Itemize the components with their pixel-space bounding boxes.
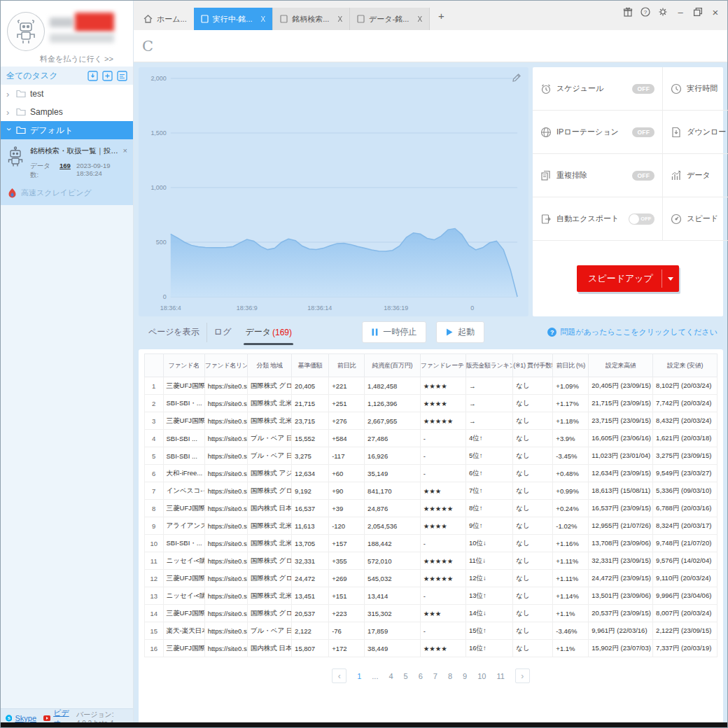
page-number[interactable]: 11 <box>496 672 504 680</box>
table-cell: 三菱UFJ国際-... <box>163 500 204 517</box>
start-button[interactable]: 起動 <box>436 321 484 343</box>
help-link[interactable]: ? 問題があったらここをクリックしてください <box>547 327 720 337</box>
table-cell: 23,715円 (23/09/15) <box>589 412 653 430</box>
tab-close-icon[interactable]: X <box>337 15 342 23</box>
page-prev-button[interactable]: ‹ <box>332 668 346 683</box>
tab-log[interactable]: ログ <box>207 323 239 342</box>
minimize-button[interactable]: – <box>676 7 685 17</box>
avatar[interactable] <box>7 12 45 51</box>
table-cell: 18,613円 (15/08/11) <box>589 482 653 500</box>
tab-show-page[interactable]: ページを表示 <box>141 323 207 342</box>
pay-link[interactable]: 料金を払うに行く >> <box>40 54 113 64</box>
tab-close-icon[interactable]: X <box>417 15 422 23</box>
table-row[interactable]: 6大和-iFree...https://site0.sbisec...国際株式 … <box>145 465 718 482</box>
table-cell: 国際株式 北米 <box>247 517 291 535</box>
table-cell: 16,537円 (23/09/15) <box>589 500 653 517</box>
page-number[interactable]: 6 <box>419 672 423 680</box>
table-cell: 国際株式 グローバル <box>247 552 291 570</box>
task-close-icon[interactable]: × <box>123 146 127 155</box>
table-cell: 8,432円 (20/03/24) <box>653 412 718 430</box>
settings-gear-icon[interactable] <box>658 7 668 17</box>
stat-label: データ <box>687 170 710 181</box>
speedup-button[interactable]: スピードアップ <box>577 265 679 292</box>
task-mode-label: 高速スクレイピング <box>21 188 92 198</box>
page-number[interactable]: 5 <box>404 672 408 680</box>
import-task-icon[interactable] <box>88 71 98 81</box>
table-cell: 9,961円 (22/03/16) <box>589 622 653 640</box>
table-cell: アライアンス-ア... <box>163 517 204 535</box>
sidebar-folder-test[interactable]: › test <box>1 85 133 103</box>
help-icon[interactable]: ? <box>640 7 650 17</box>
bar-chart-icon <box>671 170 682 181</box>
tab-data-active[interactable]: データ (169) <box>238 323 299 342</box>
refresh-spinner-icon[interactable]: C <box>142 38 153 55</box>
page-number[interactable]: 10 <box>477 672 486 680</box>
table-cell: 8 <box>145 500 164 517</box>
tab-home[interactable]: ホーム... <box>136 8 194 30</box>
table-row[interactable]: 10SBI-SBI・...https://site0.sbisec...国際株式… <box>145 535 718 552</box>
table-row[interactable]: 14三菱UFJ国際-...https://site0.sbisec...国際株式… <box>145 605 718 622</box>
page-number[interactable]: 7 <box>433 672 438 680</box>
task-timestamp: 2023-09-19 18:36:24 <box>76 162 127 177</box>
task-card[interactable]: 銘柄検索・取扱一覧｜投資信託・外貨建M... × データ数: 169 2023-… <box>1 139 133 205</box>
table-row[interactable]: 13ニッセイ-<購入...https://site0.sbisec...国際株式… <box>145 587 718 605</box>
table-cell: 13,414 <box>365 587 421 605</box>
table-cell: - <box>420 587 465 605</box>
table-cell: 6,788円 (20/03/16) <box>653 500 718 517</box>
edit-pencil-icon[interactable] <box>512 73 522 83</box>
table-cell: +151 <box>329 587 365 605</box>
speedup-dropdown-arrow[interactable] <box>662 265 679 292</box>
table-row[interactable]: 11ニッセイ-<購入...https://site0.sbisec...国際株式… <box>145 552 718 570</box>
table-cell: 国内株式 日本 <box>247 500 291 517</box>
page-number[interactable]: 1 <box>357 672 361 680</box>
table-row[interactable]: 9アライアンス-ア...https://site0.sbisec...国際株式 … <box>145 517 718 535</box>
pause-button[interactable]: 一時停止 <box>362 321 426 343</box>
close-button[interactable]: × <box>710 7 720 17</box>
table-row[interactable]: 3三菱UFJ国際-...https://site0.sbisec...国際株式 … <box>145 412 718 430</box>
page-next-button[interactable]: › <box>515 668 530 683</box>
tab-running-task[interactable]: 実行中-銘... X <box>194 8 274 30</box>
table-row[interactable]: 16三菱UFJ国際-...https://site0.sbisec...国内株式… <box>145 640 718 657</box>
tab-data[interactable]: データ-銘... X <box>350 8 430 30</box>
table-row[interactable]: 5SBI-SBI ...https://site0.sbisec...ブル・ベア… <box>145 447 718 465</box>
sidebar-folder-samples[interactable]: › Samples <box>1 103 133 121</box>
gift-icon[interactable] <box>623 7 633 17</box>
ip-rotation-off-badge[interactable]: OFF <box>632 127 654 137</box>
auto-export-toggle[interactable]: OFF <box>629 214 654 225</box>
sidebar-folder-default[interactable]: › デフォルト <box>1 121 133 139</box>
table-row[interactable]: 2SBI-SBI・...https://site0.sbisec...国際株式 … <box>145 395 718 412</box>
pause-label: 一時停止 <box>383 326 416 338</box>
tab-close-icon[interactable]: X <box>261 15 266 23</box>
new-tab-button[interactable]: + <box>430 10 453 22</box>
table-cell: 11位↓ <box>465 552 512 570</box>
table-cell: 2 <box>145 395 164 412</box>
table-row[interactable]: 15楽天-楽天日本株...https://site0.sbisec...ブル・ベ… <box>145 622 718 640</box>
tab-label: ホーム... <box>157 14 187 24</box>
table-cell: - <box>420 430 465 447</box>
table-cell: 11,613 <box>292 517 329 535</box>
robot-avatar-icon <box>14 19 38 44</box>
collapse-folders-icon[interactable] <box>117 71 127 81</box>
download-file-icon <box>671 127 682 138</box>
page-number[interactable]: 4 <box>388 672 393 680</box>
page-number[interactable]: 9 <box>463 672 467 680</box>
table-row[interactable]: 1三菱UFJ国際-...https://site0.sbisec...国際株式 … <box>145 377 718 395</box>
speed-chart-panel: 05001,0001,5002,00018:36:418:36:918:36:1… <box>139 67 528 316</box>
skype-link[interactable]: Skype <box>15 714 36 722</box>
table-cell: 15 <box>145 622 164 640</box>
column-header: 基準価額 <box>292 354 329 377</box>
task-data-count[interactable]: 169 <box>59 162 71 169</box>
dedupe-off-badge[interactable]: OFF <box>632 171 654 181</box>
table-row[interactable]: 8三菱UFJ国際-...https://site0.sbisec...国内株式 … <box>145 500 718 517</box>
table-row[interactable]: 4SBI-SBI ...https://site0.sbisec...ブル・ベア… <box>145 430 718 447</box>
window-bottom-edge <box>1 722 727 727</box>
table-row[interactable]: 12三菱UFJ国際-...https://site0.sbisec...国際株式… <box>145 570 718 587</box>
add-task-icon[interactable] <box>102 71 113 81</box>
restore-button[interactable] <box>693 7 703 17</box>
tab-stock-search[interactable]: 銘柄検索... X <box>273 8 350 30</box>
page-number[interactable]: 8 <box>448 672 452 680</box>
table-cell: なし <box>513 587 553 605</box>
caret-icon: › <box>6 107 12 118</box>
table-row[interactable]: 7インベスコ-イン...https://site0.sbisec...国際株式 … <box>145 482 718 500</box>
schedule-off-badge[interactable]: OFF <box>632 84 654 94</box>
